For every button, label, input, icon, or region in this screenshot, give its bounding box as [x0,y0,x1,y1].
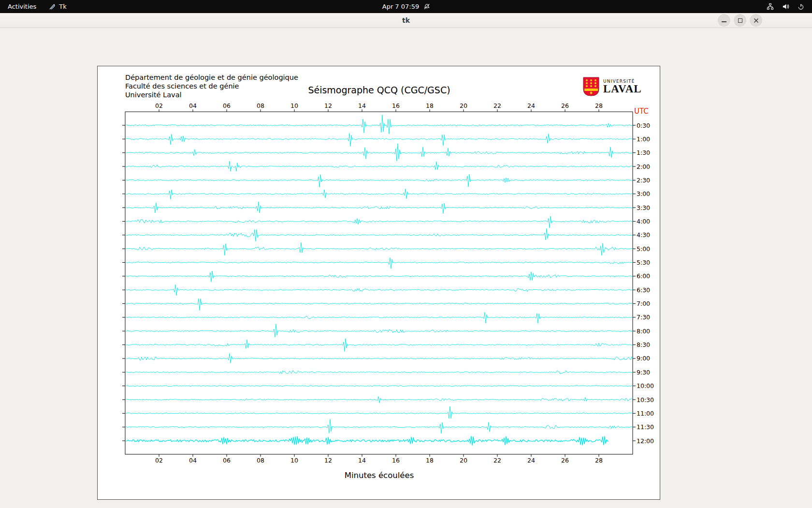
svg-text:18: 18 [426,457,434,464]
svg-text:7:30: 7:30 [637,314,650,321]
svg-text:22: 22 [493,457,501,464]
svg-text:16: 16 [392,457,400,464]
seismograph-plot: 0202040406060808101012121414161618182020… [98,66,661,500]
svg-text:24: 24 [527,457,535,464]
close-button[interactable] [750,14,762,27]
svg-text:11:00: 11:00 [637,410,654,417]
network-tree-icon[interactable] [767,3,774,10]
minimize-button[interactable] [718,14,730,27]
svg-text:22: 22 [493,102,501,109]
power-icon[interactable] [798,3,804,10]
svg-text:02: 02 [155,457,163,464]
svg-text:6:00: 6:00 [637,272,650,280]
clock-label: Apr 7 07:59 [382,3,420,10]
activities-label: Activities [8,3,36,10]
svg-text:2:00: 2:00 [637,163,650,170]
app-menu[interactable]: Tk [49,0,66,13]
svg-text:10:00: 10:00 [637,382,654,389]
svg-text:1:30: 1:30 [637,149,650,156]
svg-text:0:30: 0:30 [637,122,650,129]
volume-icon[interactable] [782,3,789,10]
window-content: Département de géologie et de génie géol… [0,28,812,508]
svg-text:10: 10 [290,457,298,464]
svg-text:04: 04 [189,457,197,464]
svg-text:10:30: 10:30 [637,396,654,403]
svg-text:12:00: 12:00 [637,437,654,445]
svg-text:06: 06 [223,102,231,109]
minimize-icon [722,21,726,22]
svg-text:28: 28 [595,457,603,464]
svg-text:12: 12 [324,102,332,109]
svg-text:4:00: 4:00 [637,218,650,225]
clock-menu[interactable]: Apr 7 07:59 [382,0,430,13]
maximize-icon [738,18,742,23]
svg-text:28: 28 [595,102,603,109]
gnome-top-bar: Activities Tk Apr 7 07:59 [0,0,812,13]
svg-text:4:30: 4:30 [637,231,650,239]
svg-text:04: 04 [189,102,197,109]
svg-text:20: 20 [460,102,467,109]
svg-text:9:00: 9:00 [637,355,650,362]
svg-text:20: 20 [460,457,467,464]
maximize-button[interactable] [734,14,746,27]
window-titlebar: tk [0,13,812,28]
svg-text:26: 26 [561,102,569,109]
x-axis-label: Minutes écoulées [98,471,661,480]
svg-text:8:30: 8:30 [637,341,650,348]
app-menu-label: Tk [59,3,66,10]
svg-text:11:30: 11:30 [637,423,654,431]
svg-text:08: 08 [257,102,264,109]
svg-text:14: 14 [358,102,366,109]
svg-text:12: 12 [324,457,332,464]
svg-text:08: 08 [257,457,264,464]
tk-app-icon [49,3,56,10]
svg-text:5:00: 5:00 [637,245,650,253]
notifications-muted-icon [423,3,430,10]
svg-text:16: 16 [392,102,400,109]
seismograph-canvas: Département de géologie et de génie géol… [97,66,660,500]
svg-text:6:30: 6:30 [637,286,650,294]
activities-button[interactable]: Activities [8,0,36,13]
svg-text:24: 24 [527,102,535,109]
svg-text:7:00: 7:00 [637,300,650,307]
svg-text:06: 06 [223,457,231,464]
svg-text:18: 18 [426,102,434,109]
window-title: tk [0,16,812,24]
svg-text:9:30: 9:30 [637,369,650,376]
svg-text:3:30: 3:30 [637,204,650,211]
svg-text:14: 14 [358,457,366,464]
close-icon [754,18,759,23]
svg-text:02: 02 [155,102,163,109]
svg-text:5:30: 5:30 [637,259,650,266]
svg-text:2:30: 2:30 [637,177,650,184]
svg-text:10: 10 [290,102,298,109]
svg-text:26: 26 [561,457,569,464]
svg-text:8:00: 8:00 [637,328,650,335]
svg-text:1:00: 1:00 [637,135,650,143]
svg-text:3:00: 3:00 [637,190,650,197]
